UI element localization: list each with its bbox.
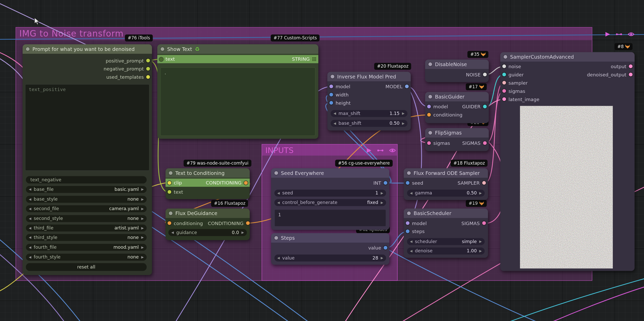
node-header[interactable]: Steps (271, 233, 389, 243)
widget-base-file[interactable]: ◀base_filebasic.yaml▶ (26, 186, 147, 193)
node-header[interactable]: Prompt for what you want to be denoised (23, 44, 152, 54)
arrow-right-icon[interactable]: ▶ (141, 226, 144, 230)
input-slot-height[interactable] (329, 101, 333, 105)
arrow-left-icon[interactable]: ◀ (29, 207, 31, 210)
arrow-right-icon[interactable]: ▶ (141, 207, 144, 210)
input-slot-sampler[interactable] (502, 81, 506, 84)
widget-third-file[interactable]: ◀third_fileartist.yaml▶ (26, 225, 147, 231)
input-slot-text[interactable] (159, 57, 163, 61)
arrow-right-icon[interactable]: ▶ (479, 240, 482, 243)
widget-denoise[interactable]: ◀denoise1.00▶ (407, 247, 485, 254)
group-eye-icon[interactable] (389, 147, 396, 154)
group-eye-icon[interactable] (628, 31, 634, 37)
collapse-dot[interactable] (26, 47, 29, 51)
widget-second-style[interactable]: ◀second_stylenone▶ (26, 215, 147, 222)
node-header[interactable]: SamplerCustomAdvanced (500, 52, 635, 62)
input-slot-model[interactable] (329, 85, 333, 88)
input-slot-guider[interactable] (502, 73, 506, 76)
node-header[interactable]: Show Text ♻ (157, 44, 318, 54)
arrow-left-icon[interactable]: ◀ (29, 255, 31, 259)
input-slot-latent-image[interactable] (502, 97, 506, 101)
collapse-dot[interactable] (331, 75, 334, 78)
collapse-dot[interactable] (428, 95, 432, 99)
group-links-icon[interactable] (377, 147, 384, 154)
widget-seed[interactable]: ◀seed1▶ (274, 190, 386, 197)
arrow-right-icon[interactable]: ▶ (141, 217, 144, 220)
arrow-right-icon[interactable]: ▶ (242, 231, 244, 234)
arrow-right-icon[interactable]: ▶ (141, 198, 144, 201)
node-disable-noise[interactable]: DisableNoise NOISE (425, 59, 489, 82)
node-steps[interactable]: Steps value ◀value28▶ (271, 233, 389, 265)
node-header[interactable]: Text to Conditioning (166, 168, 250, 178)
input-slot-clip[interactable] (168, 181, 171, 184)
seed-text-area[interactable]: 1 (274, 209, 386, 227)
arrow-left-icon[interactable]: ◀ (410, 240, 413, 243)
input-slot-text[interactable] (168, 190, 171, 194)
node-header[interactable]: Seed Everywhere (271, 168, 389, 178)
input-slot-sigmas[interactable] (502, 89, 506, 93)
arrow-left-icon[interactable]: ◀ (333, 112, 336, 115)
node-flip-sigmas[interactable]: FlipSigmas sigmas SIGMAS (425, 128, 489, 151)
node-sampler-custom-advanced[interactable]: SamplerCustomAdvanced noise output guide… (500, 52, 635, 271)
collapse-dot[interactable] (428, 63, 432, 66)
arrow-left-icon[interactable]: ◀ (29, 245, 31, 249)
node-graph-canvas[interactable]: IMG to Noise transform INPUTS (0, 0, 644, 321)
arrow-left-icon[interactable]: ◀ (410, 249, 413, 253)
output-slot-sigmas[interactable] (483, 141, 487, 145)
node-header[interactable]: Flux DeGuidance (166, 209, 250, 218)
output-slot-output[interactable] (629, 65, 632, 68)
arrow-left-icon[interactable]: ◀ (29, 217, 31, 220)
arrow-left-icon[interactable]: ◀ (277, 256, 280, 260)
node-inverse-flux-model-pred[interactable]: Inverse Flux Model Pred model MODEL widt… (327, 72, 411, 130)
collapse-dot[interactable] (504, 55, 507, 59)
input-slot-conditioning[interactable] (168, 221, 171, 225)
arrow-left-icon[interactable]: ◀ (29, 198, 31, 201)
collapse-dot[interactable] (274, 236, 278, 240)
widget-control-before-generate[interactable]: ◀control_before_generatefixed▶ (274, 199, 386, 206)
string-grid-icon[interactable] (312, 57, 316, 61)
node-header[interactable]: FlipSigmas (425, 128, 489, 138)
node-show-text[interactable]: Show Text ♻ text STRING . (157, 44, 318, 139)
widget-fourth-style[interactable]: ◀fourth_stylenone▶ (26, 254, 147, 261)
node-header[interactable]: BasicGuider (425, 92, 489, 101)
show-text-content[interactable]: . (160, 67, 315, 136)
node-text-to-conditioning[interactable]: Text to Conditioning clip CONDITIONING t… (166, 168, 250, 199)
group-links-icon[interactable] (616, 31, 622, 37)
output-slot-conditioning[interactable] (246, 221, 250, 225)
group-play-icon[interactable] (605, 31, 610, 37)
reset-all-button[interactable]: reset all (26, 263, 147, 271)
input-slot-seed[interactable] (406, 181, 409, 185)
node-prompt-styler[interactable]: Prompt for what you want to be denoised … (23, 44, 152, 275)
arrow-left-icon[interactable]: ◀ (277, 201, 280, 204)
node-seed-everywhere[interactable]: Seed Everywhere INT ◀seed1▶ ◀control_bef… (271, 168, 389, 230)
collapse-dot[interactable] (161, 47, 164, 51)
negative-text-field[interactable]: text_negative (26, 176, 147, 184)
arrow-right-icon[interactable]: ▶ (402, 121, 405, 125)
arrow-right-icon[interactable]: ▶ (381, 201, 383, 204)
output-slot-positive-prompt[interactable] (146, 59, 150, 62)
widget-second-file[interactable]: ◀second_filecamera.yaml▶ (26, 205, 147, 212)
arrow-left-icon[interactable]: ◀ (410, 191, 413, 195)
arrow-left-icon[interactable]: ◀ (29, 188, 31, 191)
output-slot-int[interactable] (384, 181, 387, 185)
input-slot-model[interactable] (406, 221, 409, 225)
node-header[interactable]: DisableNoise (425, 59, 489, 69)
output-slot-sampler[interactable] (482, 181, 486, 185)
output-slot-negative-prompt[interactable] (146, 67, 150, 70)
arrow-right-icon[interactable]: ▶ (479, 191, 482, 195)
group-play-icon[interactable] (366, 147, 372, 154)
node-header[interactable]: Inverse Flux Model Pred (327, 72, 411, 81)
arrow-right-icon[interactable]: ▶ (479, 249, 482, 253)
node-header[interactable]: Flux Forward ODE Sampler (404, 168, 488, 178)
output-slot-guider[interactable] (483, 105, 487, 108)
output-slot-noise[interactable] (483, 73, 487, 76)
output-slot-denoised-output[interactable] (629, 73, 632, 76)
input-slot-sigmas[interactable] (427, 141, 431, 145)
widget-max-shift[interactable]: ◀max_shift1.15▶ (331, 110, 407, 117)
arrow-left-icon[interactable]: ◀ (277, 191, 280, 195)
output-slot-sigmas[interactable] (482, 221, 486, 225)
collapse-dot[interactable] (407, 211, 411, 215)
collapse-dot[interactable] (169, 211, 173, 215)
arrow-left-icon[interactable]: ◀ (171, 231, 174, 234)
arrow-right-icon[interactable]: ▶ (141, 245, 144, 249)
